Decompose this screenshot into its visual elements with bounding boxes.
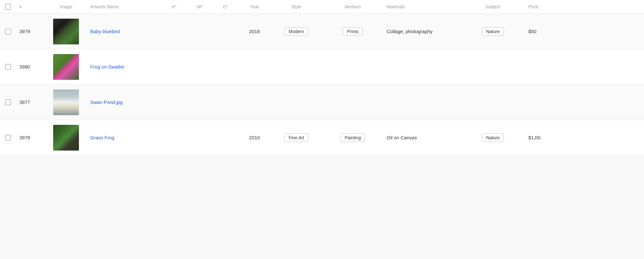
row-image-3979 — [45, 19, 87, 44]
row-year-3979: 2018 — [238, 29, 271, 34]
row-id-3978: 3978 — [16, 135, 45, 140]
header-d: D" — [213, 4, 238, 9]
row-name-3980[interactable]: Frog on Swatter — [87, 63, 161, 70]
header-medium: Medium — [322, 4, 383, 9]
table-row: 3979 Baby bluebird 2018 Modern Prints Co… — [0, 14, 644, 49]
row-medium-3978: Painting — [322, 134, 383, 142]
row-checkbox-3980[interactable] — [5, 64, 11, 70]
row-subject-3978: Nature — [461, 134, 525, 142]
header-check[interactable] — [0, 4, 16, 10]
row-name-3977[interactable]: Swan Pond.jpg — [87, 99, 161, 106]
row-checkbox-3977[interactable] — [5, 99, 11, 105]
artwork-thumbnail-3977 — [53, 89, 79, 115]
row-price-3978: $1,00 — [525, 135, 573, 140]
table-row: 3977 Swan Pond.jpg — [0, 85, 644, 120]
row-id-3979: 3979 — [16, 29, 45, 34]
row-checkbox-3978[interactable] — [5, 135, 11, 141]
row-materials-3979: Collage, photography — [383, 29, 461, 34]
artwork-thumbnail-3980 — [53, 54, 79, 80]
row-check-3978[interactable] — [0, 135, 16, 141]
row-checkbox-3979[interactable] — [5, 29, 11, 34]
row-check-3979[interactable] — [0, 29, 16, 34]
header-subject: Subject — [461, 4, 525, 9]
row-image-3980 — [45, 54, 87, 80]
row-check-3980[interactable] — [0, 64, 16, 70]
row-id-3977: 3977 — [16, 99, 45, 105]
header-num: # — [16, 4, 45, 9]
header-image: Image — [45, 4, 87, 9]
header-year: Year — [238, 4, 271, 9]
select-all-checkbox[interactable] — [5, 4, 11, 10]
artwork-thumbnail-3978 — [53, 125, 79, 151]
table-row: 3978 Grass Frog 2010 Fine Art Painting O… — [0, 120, 644, 155]
row-price-3979: $50 — [525, 29, 573, 34]
table-row: 3980 Frog on Swatter — [0, 49, 644, 85]
row-medium-3979: Prints — [322, 27, 383, 36]
row-name-3979[interactable]: Baby bluebird — [87, 28, 161, 35]
header-materials: Materials — [383, 4, 461, 9]
row-check-3977[interactable] — [0, 99, 16, 105]
header-h: H" — [161, 4, 187, 9]
row-materials-3978: Oil on Canvas — [383, 135, 461, 140]
row-year-3978: 2010 — [238, 135, 271, 140]
row-style-3979: Modern — [271, 27, 322, 36]
row-id-3980: 3980 — [16, 64, 45, 69]
header-artwork-name: Artwork Name — [87, 4, 161, 9]
row-image-3978 — [45, 125, 87, 151]
row-style-3978: Fine Art — [271, 134, 322, 142]
row-subject-3979: Nature — [461, 27, 525, 36]
header-style: Style — [271, 4, 322, 9]
header-price: Price — [525, 4, 573, 9]
row-name-3978[interactable]: Grass Frog — [87, 134, 161, 141]
artwork-table: # Image Artwork Name H" W" D" Year Style… — [0, 0, 644, 155]
row-image-3977 — [45, 89, 87, 115]
table-header: # Image Artwork Name H" W" D" Year Style… — [0, 0, 644, 14]
header-w: W" — [187, 4, 213, 9]
artwork-thumbnail-3979 — [53, 19, 79, 44]
